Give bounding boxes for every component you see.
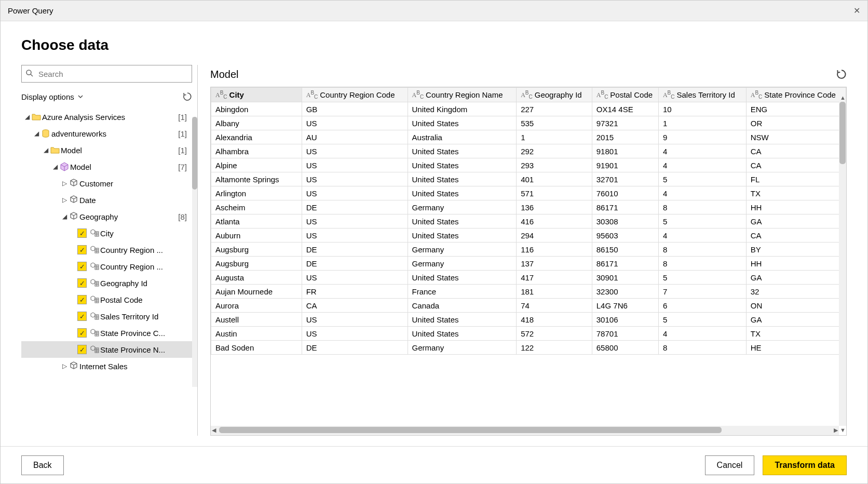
scroll-up-arrow-icon[interactable]: ▲ [840, 95, 846, 101]
scroll-left-arrow-icon[interactable]: ◀ [212, 427, 216, 434]
checkbox-checked[interactable]: ✓ [77, 228, 87, 238]
column-header[interactable]: ABCState Province Code [746, 88, 846, 102]
scroll-down-arrow-icon[interactable]: ▼ [840, 427, 846, 433]
table-row[interactable]: AtlantaUSUnited States416303085GA [211, 214, 846, 228]
search-input[interactable] [21, 65, 192, 83]
table-cell: United States [408, 313, 517, 327]
sidebar-scrollbar-thumb[interactable] [192, 117, 197, 190]
tree-item[interactable]: ✓Postal Code [21, 291, 192, 308]
table-row[interactable]: AustellUSUnited States418301065GA [211, 313, 846, 327]
preview-title: Model [210, 69, 238, 80]
table-cell: DE [302, 341, 408, 355]
table-row[interactable]: Altamonte SpringsUSUnited States40132701… [211, 172, 846, 186]
table-cell: 5 [658, 172, 746, 186]
back-button[interactable]: Back [21, 455, 64, 475]
table-cell: 74 [517, 299, 592, 313]
tree-item[interactable]: ▷Customer [21, 175, 192, 192]
table-vertical-scrollbar-thumb[interactable] [839, 102, 846, 164]
column-header[interactable]: ABCGeography Id [517, 88, 592, 102]
tree-item[interactable]: ◢Geography[8] [21, 208, 192, 225]
table-row[interactable]: AlbanyUSUnited States535973211OR [211, 116, 846, 130]
tree-item[interactable]: ✓Country Region ... [21, 241, 192, 258]
expander-collapsed-icon[interactable]: ▷ [61, 180, 68, 187]
table-row[interactable]: AuburnUSUnited States294956034CA [211, 228, 846, 243]
table-cell: Bad Soden [211, 341, 302, 355]
transform-data-button[interactable]: Transform data [763, 455, 847, 475]
tree-item[interactable]: ✓Geography Id [21, 275, 192, 291]
table-horizontal-scrollbar[interactable]: ◀ ▶ [211, 426, 839, 435]
column-header[interactable]: ABCPostal Code [592, 88, 658, 102]
checkbox-checked[interactable]: ✓ [77, 262, 87, 271]
sidebar-scrollbar[interactable] [192, 117, 197, 387]
checkbox-checked[interactable]: ✓ [77, 312, 87, 321]
expander-expanded-icon[interactable]: ◢ [23, 113, 31, 120]
expander-expanded-icon[interactable]: ◢ [33, 130, 40, 137]
table-row[interactable]: Aujan MournedeFRFrance18132300732 [211, 285, 846, 299]
table-row[interactable]: AugustaUSUnited States417309015GA [211, 271, 846, 285]
tree-item[interactable]: ✓State Province C... [21, 325, 192, 341]
cancel-button[interactable]: Cancel [705, 455, 755, 475]
column-icon [89, 312, 100, 321]
table-cell: 1 [517, 130, 592, 144]
tree-item[interactable]: ✓City [21, 225, 192, 241]
refresh-tree-button[interactable] [183, 92, 192, 101]
table-row[interactable]: AustinUSUnited States572787014TX [211, 327, 846, 341]
checkbox-checked[interactable]: ✓ [77, 295, 87, 304]
column-header[interactable]: ABCCountry Region Name [408, 88, 517, 102]
column-icon [89, 295, 100, 304]
tree-item-label: adventureworks [51, 129, 178, 138]
tree-item[interactable]: ✓State Province N... [21, 341, 192, 358]
table-row[interactable]: AugsburgDEGermany137861718HH [211, 257, 846, 271]
table-cell: 10 [658, 102, 746, 116]
text-type-icon: ABC [521, 90, 533, 100]
tree-item[interactable]: ✓Sales Territory Id [21, 308, 192, 325]
column-icon [89, 262, 100, 271]
table-row[interactable]: AlexandriaAUAustralia120159NSW [211, 130, 846, 144]
expander-collapsed-icon[interactable]: ▷ [61, 362, 68, 370]
checkbox-checked[interactable]: ✓ [77, 328, 87, 338]
expander-expanded-icon[interactable]: ◢ [42, 146, 49, 154]
table-row[interactable]: AlpineUSUnited States293919014CA [211, 158, 846, 172]
tree-item[interactable]: ▷Date [21, 192, 192, 208]
table-cell: US [302, 186, 408, 200]
expander-expanded-icon[interactable]: ◢ [61, 213, 68, 220]
close-icon[interactable]: ✕ [853, 6, 860, 16]
table-icon [68, 212, 79, 221]
table-row[interactable]: AscheimDEGermany136861718HH [211, 200, 846, 214]
tree-item[interactable]: ◢adventureworks[1] [21, 125, 192, 142]
table-row[interactable]: AuroraCACanada74L4G 7N66ON [211, 299, 846, 313]
table-row[interactable]: AlhambraUSUnited States292918014CA [211, 144, 846, 158]
column-header[interactable]: ABCCountry Region Code [302, 88, 408, 102]
checkbox-checked[interactable]: ✓ [77, 245, 87, 254]
table-cell: 2015 [592, 130, 658, 144]
text-type-icon: ABC [751, 90, 763, 100]
checkbox-checked[interactable]: ✓ [77, 345, 87, 354]
refresh-preview-button[interactable] [836, 69, 847, 79]
table-cell: France [408, 285, 517, 299]
tree-item[interactable]: ▷Internet Sales [21, 358, 192, 374]
column-header-label: State Province Code [764, 90, 836, 99]
navigator-tree[interactable]: ◢Azure Analysis Services[1]◢adventurewor… [21, 109, 192, 436]
tree-item[interactable]: ◢Model[1] [21, 142, 192, 158]
table-row[interactable]: Bad SodenDEGermany122658008HE [211, 341, 846, 355]
tree-item[interactable]: ◢Model[7] [21, 158, 192, 175]
table-row[interactable]: ArlingtonUSUnited States571760104TX [211, 186, 846, 200]
table-row[interactable]: AugsburgDEGermany116861508BY [211, 243, 846, 257]
table-cell: Augusta [211, 271, 302, 285]
table-cell: 572 [517, 327, 592, 341]
tree-item[interactable]: ✓Country Region ... [21, 258, 192, 275]
table-vertical-scrollbar[interactable]: ▲ ▼ [839, 102, 846, 426]
expander-expanded-icon[interactable]: ◢ [51, 163, 59, 170]
table-row[interactable]: AbingdonGBUnited Kingdom227OX14 4SE10ENG [211, 102, 846, 116]
scroll-right-arrow-icon[interactable]: ▶ [834, 427, 838, 434]
table-cell: 8 [658, 341, 746, 355]
column-header[interactable]: ABCSales Territory Id [658, 88, 746, 102]
display-options-dropdown[interactable]: Display options [21, 92, 84, 101]
expander-collapsed-icon[interactable]: ▷ [61, 196, 68, 204]
tree-item[interactable]: ◢Azure Analysis Services[1] [21, 109, 192, 125]
checkbox-checked[interactable]: ✓ [77, 278, 87, 288]
column-header[interactable]: ABCCity [211, 88, 302, 102]
table-cell: United States [408, 172, 517, 186]
table-horizontal-scrollbar-thumb[interactable] [219, 427, 722, 433]
table-cell: 417 [517, 271, 592, 285]
